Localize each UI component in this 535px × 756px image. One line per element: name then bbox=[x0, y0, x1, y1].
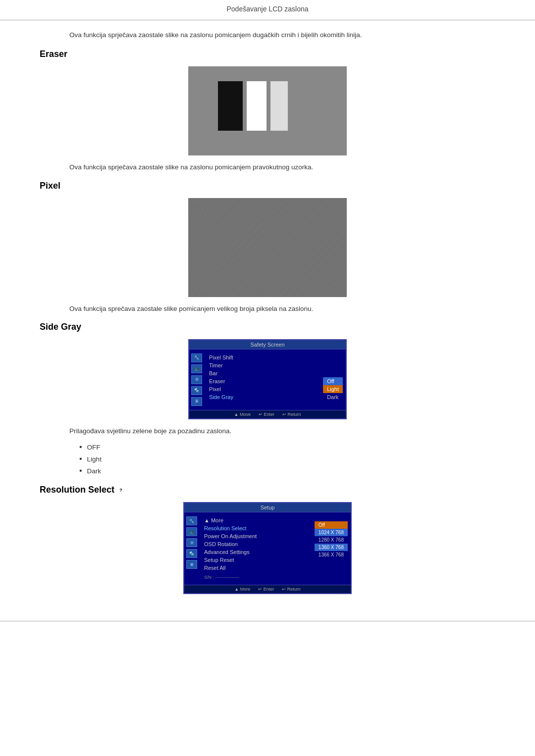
pixel-image bbox=[188, 198, 347, 297]
bullet-off: OFF bbox=[79, 441, 495, 453]
osd-item-setup-reset: Setup Reset bbox=[202, 556, 312, 564]
resolution-select-image-container: Setup 🔧 📺 ⚙ 🔩 🖥 ▲ More Resolution Select… bbox=[40, 502, 495, 594]
osd-sn-label: S/N : ---------------- bbox=[202, 574, 312, 581]
osd-setup-icon-1: 🔧 bbox=[186, 516, 197, 525]
osd-item-reset-all: Reset All bbox=[202, 564, 312, 572]
side-gray-heading: Side Gray bbox=[40, 322, 495, 332]
resolution-select-heading: Resolution Select bbox=[40, 485, 114, 495]
osd-footer-more: ▲ More bbox=[234, 587, 250, 592]
intro-text: Ova funkcija sprječava zaostale slike na… bbox=[40, 30, 495, 40]
osd-icon-4: 🔩 bbox=[191, 386, 202, 395]
osd-setup-icon-4: 🔩 bbox=[186, 549, 197, 558]
osd-footer-return: ↩ Return bbox=[282, 412, 301, 417]
osd-item-pixel-shift: Pixel Shift bbox=[207, 353, 320, 361]
osd-icon-1: 🔧 bbox=[191, 353, 202, 362]
svg-rect-2 bbox=[188, 198, 347, 297]
side-gray-image-container: Safety Screen 🔧 📺 ⚙ 🔩 🖥 Pixel Shift Time… bbox=[40, 339, 495, 419]
osd-footer-move: ▲ Move bbox=[234, 412, 251, 417]
res-sub-1366: 1366 X 768 bbox=[315, 551, 348, 558]
osd-footer-resolution: ▲ More ↵ Enter ↩ Return bbox=[184, 585, 351, 593]
osd-setup-body: 🔧 📺 ⚙ 🔩 🖥 ▲ More Resolution Select Power… bbox=[184, 512, 351, 585]
osd-setup-icons: 🔧 📺 ⚙ 🔩 🖥 bbox=[184, 514, 199, 583]
pixel-description: Ova funkcija sprečava zaostale slike pom… bbox=[40, 304, 495, 314]
osd-sub-dark: Dark bbox=[323, 393, 343, 401]
pixel-image-container bbox=[40, 198, 495, 297]
res-sub-1360: 1360 X 768 bbox=[315, 544, 348, 551]
osd-item-pixel: Pixel bbox=[207, 385, 320, 393]
eraser-heading: Eraser bbox=[40, 49, 495, 59]
content-area: Ova funkcija sprječava zaostale slike na… bbox=[0, 20, 535, 611]
bullet-dark: Dark bbox=[79, 465, 495, 477]
osd-icons-column: 🔧 📺 ⚙ 🔩 🖥 bbox=[189, 352, 204, 408]
osd-item-timer: Timer bbox=[207, 361, 320, 369]
bullet-light: Light bbox=[79, 453, 495, 465]
osd-resolution-sub-items: Off 1024 X 768 1280 X 768 1360 X 768 136… bbox=[315, 521, 348, 583]
osd-sub-off: Off bbox=[323, 377, 343, 385]
osd-body: 🔧 📺 ⚙ 🔩 🖥 Pixel Shift Timer Bar Eraser P… bbox=[189, 350, 346, 410]
osd-safety-screen-title: Safety Screen bbox=[189, 340, 346, 350]
eraser-bar-white bbox=[247, 81, 267, 131]
osd-menu-items: Pixel Shift Timer Bar Eraser Pixel Side … bbox=[204, 352, 323, 408]
osd-item-adv-settings: Advanced Settings bbox=[202, 548, 312, 556]
osd-sub-items: Off Light Dark bbox=[323, 377, 343, 408]
resolution-select-heading-container: Resolution Select ? bbox=[40, 485, 495, 495]
osd-footer-side-gray: ▲ Move ↵ Enter ↩ Return bbox=[189, 410, 346, 418]
res-sub-off: Off bbox=[315, 521, 348, 529]
page-container: Podešavanje LCD zaslona Ova funkcija spr… bbox=[0, 0, 535, 756]
eraser-bar-lightgray bbox=[270, 81, 288, 131]
pixel-heading: Pixel bbox=[40, 181, 495, 191]
osd-setup-title: Setup bbox=[184, 503, 351, 512]
eraser-bar-black bbox=[218, 81, 243, 131]
osd-item-power-on-adj: Power On Adjustment bbox=[202, 532, 312, 540]
eraser-image-container bbox=[40, 66, 495, 155]
osd-setup-icon-2: 📺 bbox=[186, 527, 197, 536]
eraser-bars bbox=[218, 81, 288, 131]
osd-footer-enter2: ↵ Enter bbox=[258, 587, 274, 592]
osd-item-bar: Bar bbox=[207, 369, 320, 377]
osd-item-eraser: Eraser bbox=[207, 377, 320, 385]
eraser-description: Ova funkcija sprječava zaostale slike na… bbox=[40, 162, 495, 172]
page-title: Podešavanje LCD zaslona bbox=[0, 0, 535, 20]
resolution-select-osd-menu: Setup 🔧 📺 ⚙ 🔩 🖥 ▲ More Resolution Select… bbox=[183, 502, 352, 594]
resolution-select-icon: ? bbox=[117, 487, 124, 494]
osd-item-resolution-select: Resolution Select bbox=[202, 524, 312, 532]
eraser-image bbox=[188, 66, 347, 155]
res-sub-1280: 1280 X 768 bbox=[315, 536, 348, 544]
osd-icon-5: 🖥 bbox=[191, 397, 202, 406]
side-gray-bullet-list: OFF Light Dark bbox=[79, 441, 495, 477]
osd-footer-enter: ↵ Enter bbox=[259, 412, 274, 417]
osd-item-more: ▲ More bbox=[202, 516, 312, 524]
bottom-border bbox=[0, 621, 535, 621]
res-sub-1024: 1024 X 768 bbox=[315, 529, 348, 536]
osd-icon-2: 📺 bbox=[191, 364, 202, 373]
pixel-pattern-svg bbox=[188, 198, 347, 297]
osd-icon-3: ⚙ bbox=[191, 375, 202, 384]
osd-footer-return2: ↩ Return bbox=[282, 587, 301, 592]
osd-setup-icon-5: 🖥 bbox=[186, 560, 197, 569]
side-gray-osd-menu: Safety Screen 🔧 📺 ⚙ 🔩 🖥 Pixel Shift Time… bbox=[188, 339, 347, 419]
osd-item-side-gray: Side Gray bbox=[207, 393, 320, 401]
osd-setup-menu-items: ▲ More Resolution Select Power On Adjust… bbox=[199, 514, 315, 583]
osd-setup-icon-3: ⚙ bbox=[186, 538, 197, 547]
osd-sub-light: Light bbox=[323, 385, 343, 393]
side-gray-adjust-text: Prilagođava svjetlinu zelene boje za poz… bbox=[40, 426, 495, 436]
osd-item-osd-rotation: OSD Rotation bbox=[202, 540, 312, 548]
